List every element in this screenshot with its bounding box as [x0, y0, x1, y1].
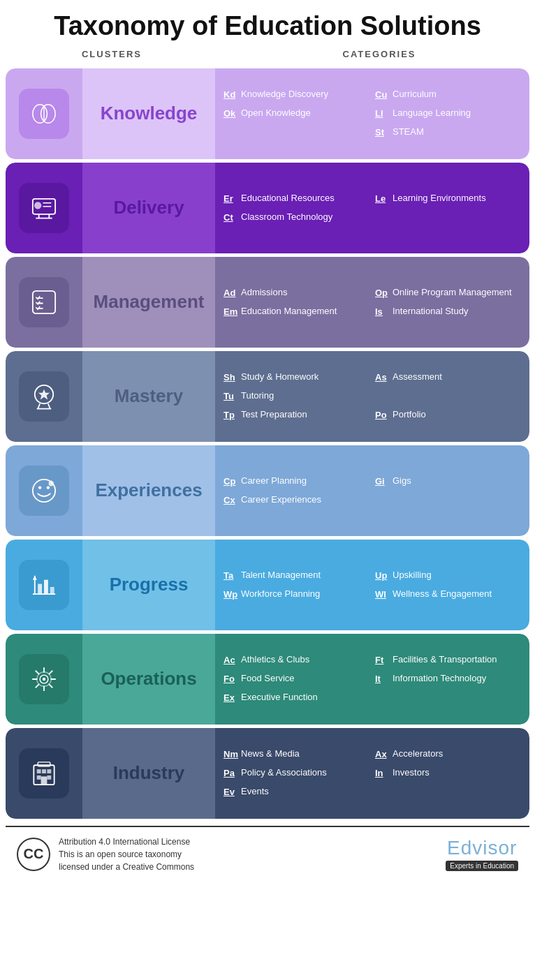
cat-name-industry-3: Investors — [393, 767, 430, 779]
cat-name-knowledge-0: Knowledge Discovery — [241, 89, 328, 101]
cluster-icon-progress — [19, 560, 69, 610]
cluster-icon-area-delivery — [6, 163, 82, 253]
cat-name-experiences-0: Career Planning — [241, 475, 307, 487]
svg-rect-39 — [47, 775, 51, 780]
cluster-label-area-management: Management — [82, 257, 215, 348]
categories-area-progress: TaTalent ManagementUpUpskillingWpWorkfor… — [215, 540, 529, 630]
cat-name-progress-3: Wellness & Engagement — [393, 588, 492, 600]
cluster-icon-area-knowledge — [6, 68, 82, 159]
cluster-label-area-mastery: Mastery — [82, 351, 215, 442]
cat-abbr-experiences-2: Cx — [223, 495, 239, 505]
cat-name-operations-0: Athletics & Clubs — [241, 654, 309, 666]
cat-abbr-operations-4: Ex — [223, 692, 239, 703]
cluster-label-management: Management — [94, 291, 205, 313]
svg-rect-28 — [50, 587, 54, 594]
page-title: Taxonomy of Education Solutions — [0, 0, 535, 46]
cat-item-operations-1: FtFacilities & Transportation — [372, 652, 524, 668]
cat-name-mastery-4: Test Preparation — [241, 409, 307, 421]
cluster-label-area-knowledge: Knowledge — [82, 68, 215, 159]
edvisor-name: Edvisor — [446, 837, 518, 859]
categories-area-delivery: ErEducational ResourcesLeLearning Enviro… — [215, 163, 529, 253]
svg-line-16 — [38, 403, 40, 408]
cat-item-mastery-4: TpTest Preparation — [221, 407, 372, 423]
cat-item-management-3: IsInternational Study — [372, 304, 524, 320]
svg-point-31 — [43, 677, 45, 680]
cat-abbr-progress-3: Wl — [375, 589, 390, 600]
cluster-label-area-delivery: Delivery — [82, 163, 215, 253]
cat-abbr-delivery-1: Le — [375, 193, 390, 204]
cat-abbr-progress-2: Wp — [223, 589, 239, 600]
cluster-icon-management — [19, 277, 69, 327]
cat-item-mastery-5: PoPortfolio — [372, 407, 524, 423]
cat-abbr-industry-1: Ax — [375, 749, 390, 759]
categories-header: CATEGORIES — [223, 49, 535, 59]
cat-abbr-operations-3: It — [375, 674, 390, 684]
cat-item-experiences-2: CxCareer Experiences — [221, 492, 372, 508]
cluster-label-area-progress: Progress — [82, 540, 215, 630]
footer-license-text: Attribution 4.0 International LicenseThi… — [59, 836, 437, 873]
cluster-label-area-operations: Operations — [82, 634, 215, 725]
cat-item-progress-0: TaTalent Management — [221, 567, 372, 584]
svg-rect-37 — [47, 769, 51, 773]
cat-name-knowledge-5: STEAM — [393, 126, 424, 138]
cat-item-mastery-3 — [372, 388, 524, 404]
cat-abbr-knowledge-2: Ok — [223, 108, 239, 119]
footer: CC Attribution 4.0 International License… — [6, 826, 529, 882]
cat-item-operations-2: FoFood Service — [221, 671, 372, 687]
cat-abbr-experiences-1: Gi — [375, 476, 390, 487]
cluster-icon-area-progress — [6, 540, 82, 630]
clusters-container: KnowledgeKdKnowledge DiscoveryCuCurricul… — [0, 68, 535, 819]
cluster-label-industry: Industry — [113, 762, 185, 784]
svg-point-7 — [34, 202, 41, 209]
cat-name-operations-1: Facilities & Transportation — [393, 654, 497, 666]
cat-item-mastery-2: TuTutoring — [221, 388, 372, 404]
cat-abbr-knowledge-3: Ll — [375, 108, 390, 119]
cat-name-operations-2: Food Service — [241, 673, 295, 685]
cat-abbr-knowledge-5: St — [375, 127, 390, 138]
cat-name-delivery-0: Educational Resources — [241, 193, 335, 205]
cluster-icon-knowledge — [19, 89, 69, 139]
svg-rect-36 — [42, 769, 46, 773]
cat-item-delivery-2: CtClassroom Technology — [221, 209, 372, 225]
cat-abbr-knowledge-1: Cu — [375, 89, 390, 100]
cluster-label-mastery: Mastery — [115, 385, 183, 407]
cat-name-management-1: Online Program Management — [393, 287, 512, 299]
cat-abbr-management-1: Op — [375, 288, 390, 298]
cat-item-knowledge-3: LlLanguage Learning — [372, 105, 524, 121]
cat-abbr-management-0: Ad — [223, 288, 239, 298]
svg-rect-38 — [37, 775, 41, 780]
svg-line-17 — [48, 403, 50, 408]
cluster-row-management: ManagementAdAdmissionsOpOnline Program M… — [6, 257, 529, 348]
svg-point-0 — [33, 104, 47, 122]
cat-abbr-mastery-1: As — [375, 372, 390, 383]
cluster-row-progress: ProgressTaTalent ManagementUpUpskillingW… — [6, 540, 529, 630]
cluster-icon-industry — [19, 748, 69, 799]
cat-item-knowledge-1: CuCurriculum — [372, 87, 524, 103]
cat-name-management-3: International Study — [393, 306, 468, 318]
cat-item-knowledge-5: StSTEAM — [372, 124, 524, 140]
cat-abbr-industry-3: In — [375, 768, 390, 778]
cluster-label-operations: Operations — [101, 668, 196, 690]
cat-abbr-knowledge-0: Kd — [223, 89, 239, 100]
svg-point-21 — [47, 486, 50, 489]
cat-item-operations-0: AcAthletics & Clubs — [221, 652, 372, 668]
cat-item-mastery-0: ShStudy & Homework — [221, 369, 372, 385]
cat-name-delivery-2: Classroom Technology — [241, 211, 332, 223]
svg-rect-27 — [44, 579, 48, 594]
cat-item-industry-5 — [372, 784, 524, 800]
cat-name-mastery-5: Portfolio — [393, 409, 426, 421]
cat-item-operations-4: ExExecutive Function — [221, 690, 372, 706]
cat-item-mastery-1: AsAssessment — [372, 369, 524, 385]
cat-item-delivery-1: LeLearning Environments — [372, 191, 524, 207]
cluster-label-progress: Progress — [110, 574, 189, 595]
cat-name-mastery-1: Assessment — [393, 371, 442, 383]
cat-name-operations-4: Executive Function — [241, 692, 318, 704]
cluster-row-knowledge: KnowledgeKdKnowledge DiscoveryCuCurricul… — [6, 68, 529, 159]
cluster-icon-operations — [19, 654, 69, 704]
cat-abbr-mastery-4: Tp — [223, 410, 239, 420]
cat-item-progress-2: WpWorkforce Planning — [221, 586, 372, 602]
svg-rect-40 — [41, 776, 47, 785]
cat-name-industry-4: Events — [241, 786, 269, 798]
cat-name-industry-1: Accelerators — [393, 748, 443, 760]
svg-rect-35 — [37, 769, 41, 773]
